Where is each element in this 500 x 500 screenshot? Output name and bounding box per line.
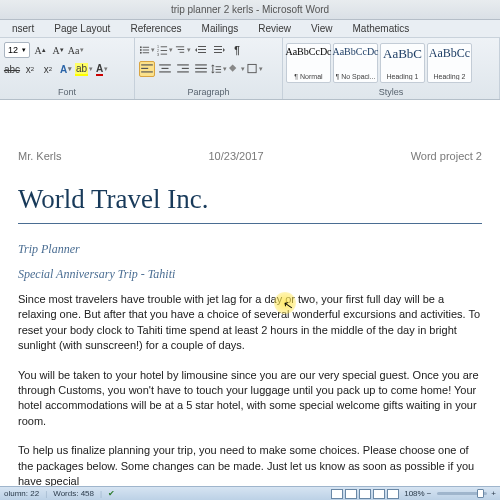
status-bar: olumn: 22 | Words: 458 | ✔ 108% − + xyxy=(0,486,500,500)
doc-subtitle-2: Special Anniversary Trip - Tahiti xyxy=(18,267,482,282)
borders-icon[interactable] xyxy=(247,61,263,77)
svg-rect-3 xyxy=(143,50,149,51)
font-group-label: Font xyxy=(0,87,134,99)
highlight-icon[interactable]: ab xyxy=(76,61,92,77)
svg-rect-30 xyxy=(195,64,207,65)
svg-rect-17 xyxy=(198,52,206,53)
tab-mathematics[interactable]: Mathematics xyxy=(343,20,420,37)
svg-rect-7 xyxy=(161,46,167,47)
font-color-icon[interactable]: A xyxy=(94,61,110,77)
svg-rect-13 xyxy=(178,49,184,50)
style-normal[interactable]: AaBbCcDc¶ Normal xyxy=(286,43,331,83)
doc-paragraph-2: You will be taken to your hotel by limou… xyxy=(18,368,482,430)
view-outline-icon[interactable] xyxy=(373,489,385,499)
numbering-icon[interactable]: 123 xyxy=(157,42,173,58)
shading-icon[interactable] xyxy=(229,61,245,77)
zoom-slider[interactable] xyxy=(437,492,487,495)
spellcheck-icon[interactable]: ✔ xyxy=(108,489,115,498)
doc-date: 10/23/2017 xyxy=(209,150,264,162)
tab-view[interactable]: View xyxy=(301,20,343,37)
svg-rect-28 xyxy=(182,68,189,69)
styles-group: AaBbCcDc¶ Normal AaBbCcDc¶ No Spaci... A… xyxy=(283,38,500,99)
zoom-out-icon[interactable]: − xyxy=(427,489,432,498)
view-draft-icon[interactable] xyxy=(387,489,399,499)
svg-rect-26 xyxy=(159,71,171,72)
bullets-icon[interactable] xyxy=(139,42,155,58)
svg-rect-16 xyxy=(198,49,206,50)
paragraph-group: 123 ¶ Paragraph xyxy=(135,38,283,99)
style-heading1[interactable]: AaBbCHeading 1 xyxy=(380,43,425,83)
svg-rect-12 xyxy=(176,46,184,47)
line-spacing-icon[interactable] xyxy=(211,61,227,77)
zoom-in-icon[interactable]: + xyxy=(491,489,496,498)
svg-point-0 xyxy=(140,46,142,48)
doc-paragraph-3: To help us finalize planning your trip, … xyxy=(18,443,482,489)
tab-mailings[interactable]: Mailings xyxy=(192,20,249,37)
align-right-icon[interactable] xyxy=(175,61,191,77)
svg-rect-24 xyxy=(159,64,171,65)
svg-text:3: 3 xyxy=(157,53,159,57)
decrease-indent-icon[interactable] xyxy=(193,42,209,58)
ribbon: 12▾ A▴ A▾ Aa abc x2 x2 A ab A Font 123 xyxy=(0,38,500,100)
styles-group-label: Styles xyxy=(283,87,499,99)
tab-review[interactable]: Review xyxy=(248,20,301,37)
change-case-icon[interactable]: Aa xyxy=(68,42,84,58)
svg-rect-18 xyxy=(214,46,222,47)
increase-indent-icon[interactable] xyxy=(211,42,227,58)
ribbon-tabs: nsert Page Layout References Mailings Re… xyxy=(0,20,500,38)
svg-point-4 xyxy=(140,52,142,54)
text-effects-icon[interactable]: A xyxy=(58,61,74,77)
font-size-dropdown[interactable]: 12▾ xyxy=(4,42,30,58)
doc-title: World Travel Inc. xyxy=(18,184,482,224)
doc-subtitle-1: Trip Planner xyxy=(18,242,482,257)
view-web-icon[interactable] xyxy=(359,489,371,499)
status-words: Words: 458 xyxy=(53,489,94,498)
tab-page-layout[interactable]: Page Layout xyxy=(44,20,120,37)
subscript-icon[interactable]: x2 xyxy=(22,61,38,77)
justify-icon[interactable] xyxy=(193,61,209,77)
svg-rect-31 xyxy=(195,68,207,69)
svg-rect-22 xyxy=(141,68,148,69)
show-marks-icon[interactable]: ¶ xyxy=(229,42,245,58)
status-column: olumn: 22 xyxy=(4,489,39,498)
grow-font-icon[interactable]: A▴ xyxy=(32,42,48,58)
align-left-icon[interactable] xyxy=(139,61,155,77)
svg-rect-14 xyxy=(180,52,185,53)
view-print-icon[interactable] xyxy=(331,489,343,499)
doc-body: Since most travelers have trouble with j… xyxy=(18,292,482,489)
svg-rect-35 xyxy=(216,69,222,70)
doc-author: Mr. Kerls xyxy=(18,150,61,162)
multilevel-list-icon[interactable] xyxy=(175,42,191,58)
svg-rect-29 xyxy=(177,71,189,72)
svg-rect-36 xyxy=(216,72,222,73)
svg-rect-19 xyxy=(214,49,222,50)
doc-paragraph-1: Since most travelers have trouble with j… xyxy=(18,292,482,354)
svg-rect-11 xyxy=(161,54,167,55)
style-heading2[interactable]: AaBbCcHeading 2 xyxy=(427,43,472,83)
svg-rect-25 xyxy=(162,68,169,69)
superscript-icon[interactable]: x2 xyxy=(40,61,56,77)
tab-insert[interactable]: nsert xyxy=(2,20,44,37)
paragraph-group-label: Paragraph xyxy=(135,87,282,99)
svg-rect-20 xyxy=(214,52,222,53)
svg-rect-33 xyxy=(212,66,213,72)
document-page[interactable]: Mr. Kerls 10/23/2017 Word project 2 Worl… xyxy=(0,100,500,486)
shrink-font-icon[interactable]: A▾ xyxy=(50,42,66,58)
view-full-icon[interactable] xyxy=(345,489,357,499)
svg-rect-15 xyxy=(198,46,206,47)
font-group: 12▾ A▴ A▾ Aa abc x2 x2 A ab A Font xyxy=(0,38,135,99)
strikethrough-icon[interactable]: abc xyxy=(4,61,20,77)
tab-references[interactable]: References xyxy=(120,20,191,37)
svg-rect-34 xyxy=(216,66,222,67)
svg-rect-9 xyxy=(161,50,167,51)
doc-project: Word project 2 xyxy=(411,150,482,162)
style-no-spacing[interactable]: AaBbCcDc¶ No Spaci... xyxy=(333,43,378,83)
title-bar: trip planner 2 kerls - Microsoft Word xyxy=(0,0,500,20)
svg-rect-27 xyxy=(177,64,189,65)
svg-rect-1 xyxy=(143,47,149,48)
status-zoom[interactable]: 108% xyxy=(404,489,424,498)
svg-rect-32 xyxy=(195,71,207,72)
svg-rect-23 xyxy=(141,71,153,72)
align-center-icon[interactable] xyxy=(157,61,173,77)
window-title: trip planner 2 kerls - Microsoft Word xyxy=(171,4,329,15)
